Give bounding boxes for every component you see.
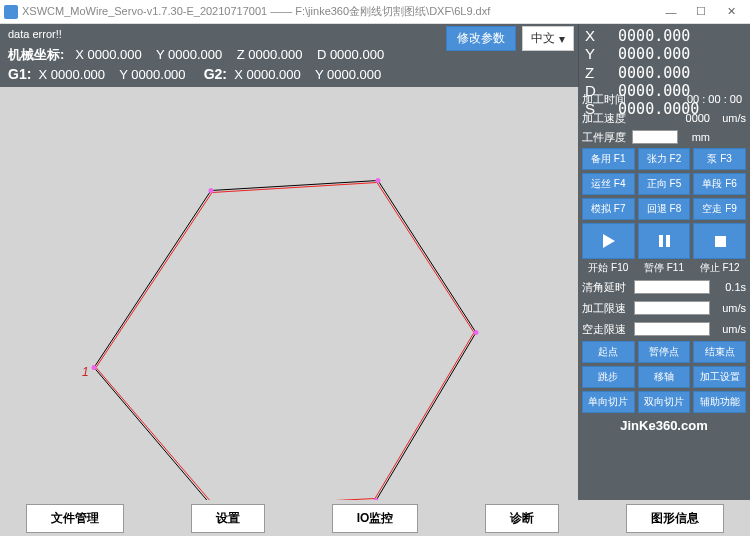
- play-button[interactable]: [582, 223, 635, 259]
- fn-button-f5[interactable]: 正向 F5: [638, 173, 691, 195]
- titlebar: XSWCM_MoWire_Servo-v1.7.30-E_20210717001…: [0, 0, 750, 24]
- idle-speed-input[interactable]: [634, 322, 710, 336]
- action-button-2[interactable]: 结束点: [693, 341, 746, 363]
- dro-X: X 0000.000: [585, 27, 744, 45]
- fn-button-f2[interactable]: 张力 F2: [638, 148, 691, 170]
- bottombar: 文件管理设置IO监控诊断图形信息: [0, 500, 750, 536]
- stop-button[interactable]: [693, 223, 746, 259]
- cut-speed-input[interactable]: [634, 301, 710, 315]
- bottom-button-4[interactable]: 图形信息: [626, 504, 724, 533]
- brand-label: JinKe360.com: [582, 418, 746, 433]
- pause-button[interactable]: [638, 223, 691, 259]
- stop-label: 停止 F12: [693, 261, 746, 275]
- action-button-3[interactable]: 跳步: [582, 366, 635, 388]
- action-button-8[interactable]: 辅助功能: [693, 391, 746, 413]
- drawing-canvas[interactable]: 1 Y X: [0, 87, 578, 500]
- svg-point-4: [376, 178, 381, 183]
- fn-button-f3[interactable]: 泵 F3: [693, 148, 746, 170]
- pause-label: 暂停 F11: [638, 261, 691, 275]
- right-panel: 加工时间00 : 00 : 00 加工速度0000um/s 工件厚度mm 备用 …: [578, 87, 750, 500]
- action-button-4[interactable]: 移轴: [638, 366, 691, 388]
- bottom-button-2[interactable]: IO监控: [332, 504, 419, 533]
- app-icon: [4, 5, 18, 19]
- action-button-5[interactable]: 加工设置: [693, 366, 746, 388]
- action-button-1[interactable]: 暂停点: [638, 341, 691, 363]
- modify-params-button[interactable]: 修改参数: [446, 26, 516, 51]
- svg-rect-16: [666, 235, 670, 247]
- play-label: 开始 F10: [582, 261, 635, 275]
- action-buttons: 起点暂停点结束点跳步移轴加工设置单向切片双向切片辅助功能: [582, 341, 746, 413]
- fn-button-f1[interactable]: 备用 F1: [582, 148, 635, 170]
- svg-marker-1: [96, 183, 474, 501]
- thickness-input[interactable]: [632, 130, 678, 144]
- thickness-label: 工件厚度: [582, 130, 632, 145]
- fn-button-f6[interactable]: 单段 F6: [693, 173, 746, 195]
- dro-Z: Z 0000.000: [585, 64, 744, 82]
- svg-point-5: [474, 330, 479, 335]
- fn-button-f4[interactable]: 运丝 F4: [582, 173, 635, 195]
- function-buttons: 备用 F1张力 F2泵 F3运丝 F4正向 F5单段 F6模拟 F7回退 F8空…: [582, 148, 746, 220]
- path-marker: 1: [82, 365, 89, 379]
- svg-marker-14: [603, 234, 615, 248]
- dro-panel: X 0000.000Y 0000.000Z 0000.000D 0000.000…: [578, 24, 750, 87]
- g-coords: G1: X 0000.000 Y 0000.000 G2: X 0000.000…: [8, 66, 381, 82]
- topbar: data error!! 修改参数 中文▾ 机械坐标: X 0000.000 Y…: [0, 24, 750, 87]
- error-message: data error!!: [8, 28, 62, 40]
- corner-delay-input[interactable]: [634, 280, 710, 294]
- action-button-6[interactable]: 单向切片: [582, 391, 635, 413]
- maximize-button[interactable]: ☐: [686, 5, 716, 18]
- machine-coords: 机械坐标: X 0000.000 Y 0000.000 Z 0000.000 D…: [8, 46, 384, 64]
- chevron-down-icon: ▾: [559, 32, 565, 46]
- fn-button-f7[interactable]: 模拟 F7: [582, 198, 635, 220]
- fn-button-f9[interactable]: 空走 F9: [693, 198, 746, 220]
- svg-rect-15: [659, 235, 663, 247]
- fn-button-f8[interactable]: 回退 F8: [638, 198, 691, 220]
- bottom-button-3[interactable]: 诊断: [485, 504, 559, 533]
- action-button-0[interactable]: 起点: [582, 341, 635, 363]
- window-title: XSWCM_MoWire_Servo-v1.7.30-E_20210717001…: [22, 4, 656, 19]
- minimize-button[interactable]: —: [656, 6, 686, 18]
- close-button[interactable]: ✕: [716, 5, 746, 18]
- language-select[interactable]: 中文▾: [522, 26, 574, 51]
- bottom-button-0[interactable]: 文件管理: [26, 504, 124, 533]
- svg-point-3: [209, 188, 214, 193]
- dro-D: D 0000.000: [585, 82, 744, 100]
- dro-Y: Y 0000.000: [585, 45, 744, 63]
- svg-marker-0: [94, 181, 476, 501]
- action-button-7[interactable]: 双向切片: [638, 391, 691, 413]
- svg-point-2: [92, 365, 97, 370]
- dro-S: S 0000.0000: [585, 100, 744, 118]
- svg-rect-17: [715, 236, 726, 247]
- bottom-button-1[interactable]: 设置: [191, 504, 265, 533]
